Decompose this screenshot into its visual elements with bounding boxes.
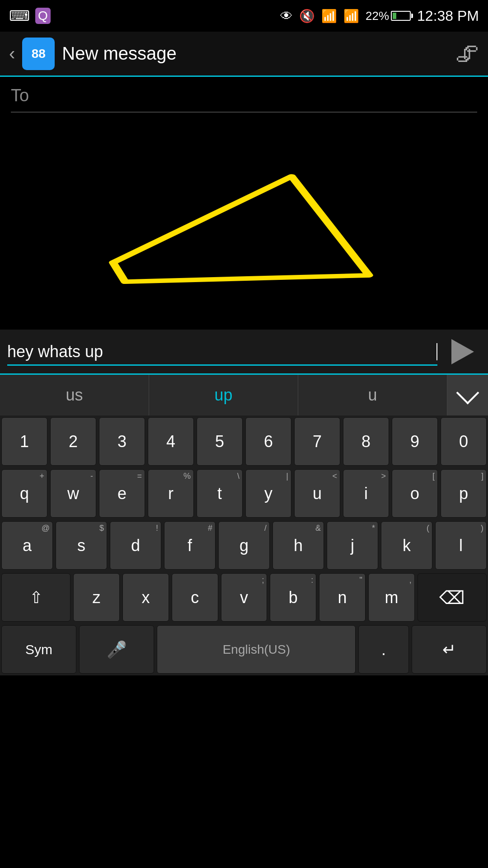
eye-icon: 👁 (280, 9, 293, 24)
battery-fill (393, 13, 396, 19)
badge-count: 88 (32, 47, 46, 61)
key-i[interactable]: i> (343, 469, 389, 518)
key-8[interactable]: 8 (343, 417, 389, 466)
key-d[interactable]: d! (110, 521, 161, 570)
key-a[interactable]: a@ (1, 521, 53, 570)
send-button[interactable] (445, 336, 481, 368)
wifi-icon: 📶 (321, 9, 337, 24)
enter-key[interactable]: ↵ (412, 625, 487, 674)
shift-key[interactable]: ⇧ (1, 573, 70, 622)
backspace-icon: ⌫ (439, 587, 465, 608)
key-n[interactable]: n" (319, 573, 366, 622)
keyboard-row-asdf: a@ s$ d! f# g/ h& j* k( l) (0, 519, 488, 571)
keyboard-row-bottom: Sym 🎤 English(US) . ↵ (0, 623, 488, 675)
attachment-button[interactable]: 🖇 (455, 40, 479, 67)
key-k[interactable]: k( (381, 521, 432, 570)
key-5[interactable]: 5 (197, 417, 243, 466)
key-h[interactable]: h& (272, 521, 324, 570)
key-g[interactable]: g/ (218, 521, 270, 570)
shift-icon: ⇧ (29, 588, 43, 607)
mic-key[interactable]: 🎤 (79, 625, 154, 674)
page-title: New message (62, 43, 176, 64)
mute-icon: 🔇 (299, 9, 315, 24)
space-key[interactable]: English(US) (157, 625, 356, 674)
send-arrow-icon (451, 339, 474, 364)
message-input[interactable]: hey whats up (7, 342, 436, 361)
clock: 12:38 PM (417, 8, 479, 24)
suggestion-us[interactable]: us (0, 375, 149, 415)
text-cursor (436, 343, 437, 360)
suggestion-us-label: us (66, 386, 83, 405)
key-y[interactable]: y| (245, 469, 291, 518)
space-label: English(US) (223, 642, 290, 657)
key-m[interactable]: m, (368, 573, 415, 622)
status-bar: ⌨ Q 👁 🔇 📶 📶 22% 12:38 PM (0, 0, 488, 32)
key-x[interactable]: x (122, 573, 169, 622)
chevron-down-icon (456, 382, 479, 405)
suggestion-u-label: u (368, 386, 377, 405)
dot-label: . (381, 640, 386, 659)
key-t[interactable]: t\ (197, 469, 243, 518)
message-input-container[interactable]: hey whats up (7, 342, 437, 361)
back-button[interactable]: ‹ (9, 43, 15, 64)
sym-label: Sym (25, 642, 52, 657)
keyboard-row-zxcv: ⇧ z x c v; b: n" m, ⌫ (0, 571, 488, 623)
key-z[interactable]: z (73, 573, 120, 622)
key-b[interactable]: b: (270, 573, 316, 622)
keyboard: 1 2 3 4 5 6 7 8 9 0 q+ w- e= r% t\ y| u<… (0, 415, 488, 675)
keyboard-row-numbers: 1 2 3 4 5 6 7 8 9 0 (0, 415, 488, 467)
app-badge: 88 (22, 38, 55, 70)
key-7[interactable]: 7 (294, 417, 340, 466)
key-l[interactable]: l) (435, 521, 487, 570)
suggestion-u[interactable]: u (298, 375, 447, 415)
app-icon: Q (35, 8, 51, 24)
key-w[interactable]: w- (50, 469, 96, 518)
keyboard-icon: ⌨ (9, 7, 30, 24)
battery-container: 22% (366, 9, 411, 23)
autocomplete-bar: us up u (0, 375, 488, 415)
title-bar: ‹ 88 New message 🖇 (0, 32, 488, 77)
mic-icon: 🎤 (107, 640, 127, 659)
drawing-canvas[interactable] (0, 113, 488, 330)
key-3[interactable]: 3 (99, 417, 145, 466)
battery-percent: 22% (366, 9, 389, 23)
backspace-key[interactable]: ⌫ (418, 573, 487, 622)
dot-key[interactable]: . (358, 625, 408, 674)
key-2[interactable]: 2 (50, 417, 96, 466)
key-4[interactable]: 4 (148, 417, 194, 466)
key-6[interactable]: 6 (245, 417, 291, 466)
key-o[interactable]: o[ (392, 469, 438, 518)
status-left: ⌨ Q (9, 7, 51, 24)
to-label: To (11, 86, 477, 112)
enter-icon: ↵ (442, 640, 456, 659)
status-right: 👁 🔇 📶 📶 22% 12:38 PM (280, 8, 479, 24)
key-e[interactable]: e= (99, 469, 145, 518)
sym-key[interactable]: Sym (1, 625, 76, 674)
message-bar: hey whats up (0, 330, 488, 375)
key-q[interactable]: q+ (1, 469, 47, 518)
battery-bar (391, 11, 411, 21)
key-s[interactable]: s$ (56, 521, 107, 570)
suggestion-up[interactable]: up (149, 375, 298, 415)
key-p[interactable]: p] (441, 469, 487, 518)
key-9[interactable]: 9 (392, 417, 438, 466)
key-1[interactable]: 1 (1, 417, 47, 466)
collapse-keyboard-button[interactable] (447, 375, 488, 415)
drawn-triangle (113, 176, 369, 282)
drawing-area[interactable] (0, 113, 488, 330)
title-left: ‹ 88 New message (9, 38, 177, 70)
keyboard-row-qwerty: q+ w- e= r% t\ y| u< i> o[ p] (0, 467, 488, 519)
key-v[interactable]: v; (221, 573, 267, 622)
key-f[interactable]: f# (164, 521, 216, 570)
input-underline (7, 364, 437, 366)
key-u[interactable]: u< (294, 469, 340, 518)
to-section: To (0, 77, 488, 113)
signal-icon: 📶 (343, 9, 359, 24)
key-j[interactable]: j* (327, 521, 378, 570)
key-r[interactable]: r% (148, 469, 194, 518)
suggestion-up-label: up (214, 386, 232, 405)
key-c[interactable]: c (172, 573, 218, 622)
key-0[interactable]: 0 (441, 417, 487, 466)
